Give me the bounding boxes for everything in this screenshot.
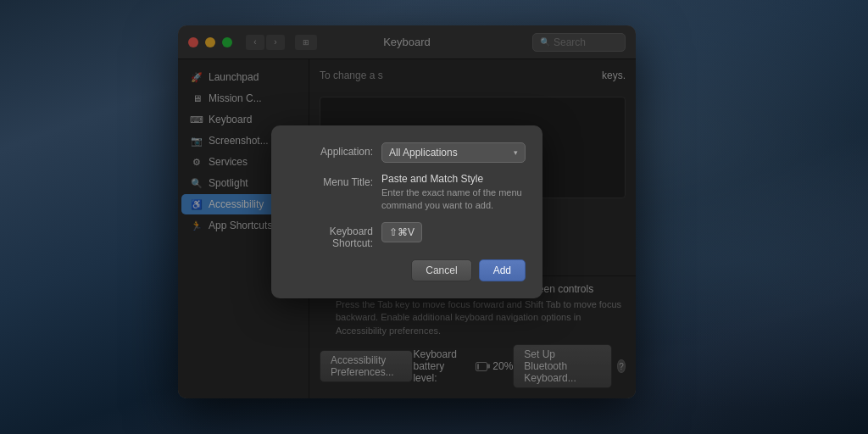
add-shortcut-modal: Application: All Applications ▾ Menu Tit… [271,125,542,299]
application-control: All Applications ▾ [381,142,526,163]
shortcut-value[interactable]: ⇧⌘V [381,222,422,242]
shortcut-control: ⇧⌘V [381,222,526,242]
modal-overlay: Application: All Applications ▾ Menu Tit… [178,25,636,398]
application-label: Application: [288,142,373,158]
application-select[interactable]: All Applications ▾ [381,142,526,163]
menu-title-label: Menu Title: [288,173,373,188]
menu-title-hint: Enter the exact name of the menu command… [381,186,526,213]
add-button[interactable]: Add [479,259,526,281]
chevron-down-icon: ▾ [514,148,518,157]
menu-title-control: Paste and Match Style Enter the exact na… [381,173,526,213]
application-value: All Applications [389,147,458,159]
menu-title-value: Paste and Match Style [381,173,526,185]
cancel-button[interactable]: Cancel [411,259,471,281]
menu-title-row: Menu Title: Paste and Match Style Enter … [288,173,526,213]
system-preferences-window: ‹ › ⊞ Keyboard 🔍 Search 🚀 Launchpad 🖥 Mi… [178,25,636,398]
shortcut-row: Keyboard Shortcut: ⇧⌘V [288,222,526,249]
shortcut-label: Keyboard Shortcut: [288,222,373,249]
application-row: Application: All Applications ▾ [288,142,526,163]
modal-buttons: Cancel Add [288,259,526,281]
